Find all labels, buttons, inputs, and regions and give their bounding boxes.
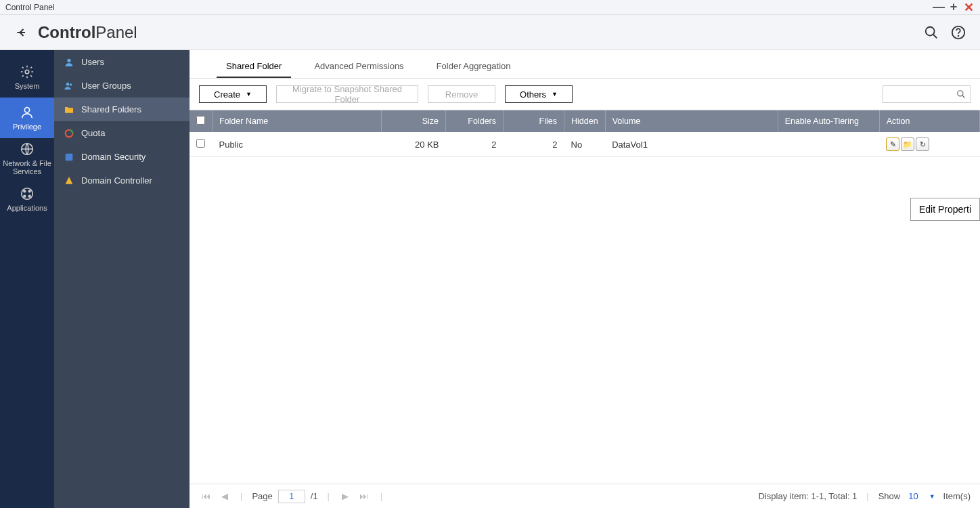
svg-point-8 <box>24 190 26 192</box>
others-button[interactable]: Others▼ <box>505 85 573 103</box>
folder-action-icon[interactable]: 📁 <box>901 137 914 151</box>
svg-point-13 <box>66 83 70 86</box>
quota-icon <box>64 128 74 139</box>
svg-point-9 <box>28 190 30 192</box>
edit-properties-button[interactable]: Edit Properti <box>910 198 980 221</box>
controller-icon <box>64 175 74 186</box>
tab-advanced-permissions[interactable]: Advanced Permissions <box>305 57 413 78</box>
svg-point-3 <box>958 35 959 36</box>
caret-down-icon: ▼ <box>246 91 252 98</box>
globe-icon <box>20 142 35 156</box>
svg-point-5 <box>24 108 29 112</box>
sidebar-item-domain-security[interactable]: Domain Security <box>54 145 190 169</box>
create-button[interactable]: Create▼ <box>199 85 267 103</box>
user-icon <box>64 57 74 68</box>
page-total: /1 <box>311 491 318 501</box>
col-folders[interactable]: Folders <box>446 110 504 132</box>
last-page-button[interactable]: ⏭ <box>357 491 371 501</box>
migrate-button: Migrate to Snapshot Shared Folder <box>276 85 418 103</box>
window-title: Control Panel <box>5 3 55 12</box>
help-icon[interactable] <box>950 24 966 41</box>
col-size[interactable]: Size <box>382 110 446 132</box>
cell-auto-tiering <box>778 132 879 157</box>
sidebar-item-domain-controller[interactable]: Domain Controller <box>54 169 190 192</box>
cell-size: 20 KB <box>382 132 446 157</box>
svg-line-1 <box>933 34 937 38</box>
edit-action-icon[interactable]: ✎ <box>886 137 899 151</box>
tab-shared-folder[interactable]: Shared Folder <box>217 57 291 78</box>
page-title: ControlPanel <box>38 23 137 42</box>
tab-folder-aggregation[interactable]: Folder Aggregation <box>427 57 520 78</box>
folder-share-icon <box>64 104 74 115</box>
first-page-button[interactable]: ⏮ <box>199 491 213 501</box>
prev-page-button[interactable]: ◀ <box>219 491 231 501</box>
refresh-action-icon[interactable]: ↻ <box>916 137 929 151</box>
cell-hidden: No <box>564 132 606 157</box>
cell-files: 2 <box>504 132 564 157</box>
apps-icon <box>20 186 35 201</box>
nav-applications[interactable]: Applications <box>0 179 54 219</box>
sidebar-item-quota[interactable]: Quota <box>54 121 190 145</box>
caret-down-icon: ▼ <box>552 91 558 98</box>
caret-down-icon[interactable]: ▼ <box>927 493 938 500</box>
svg-point-12 <box>67 58 70 62</box>
col-hidden[interactable]: Hidden <box>564 110 606 132</box>
col-auto-tiering[interactable]: Enable Auto-Tiering <box>778 110 879 132</box>
svg-point-4 <box>25 70 29 74</box>
sidebar-item-groups[interactable]: User Groups <box>54 74 190 98</box>
gear-icon <box>20 64 35 79</box>
user-icon <box>20 105 35 120</box>
close-button[interactable]: ✕ <box>962 1 975 14</box>
nav-system[interactable]: System <box>0 57 54 98</box>
search-input[interactable] <box>883 85 971 103</box>
cell-volume: DataVol1 <box>605 132 778 157</box>
users-icon <box>64 81 74 91</box>
remove-button: Remove <box>428 85 495 103</box>
next-page-button[interactable]: ▶ <box>339 491 351 501</box>
svg-point-0 <box>926 26 935 35</box>
svg-point-11 <box>28 195 30 197</box>
svg-line-18 <box>962 96 965 98</box>
col-volume[interactable]: Volume <box>605 110 778 132</box>
select-all-checkbox[interactable] <box>196 116 205 125</box>
shield-icon <box>64 152 74 163</box>
col-files[interactable]: Files <box>504 110 564 132</box>
nav-network[interactable]: Network & File Services <box>0 138 54 179</box>
svg-rect-16 <box>66 153 73 161</box>
svg-point-14 <box>70 83 72 85</box>
col-action[interactable]: Action <box>879 110 979 132</box>
svg-point-17 <box>958 91 963 96</box>
table-row[interactable]: Public 20 KB 2 2 No DataVol1 ✎ 📁 ↻ <box>190 132 980 157</box>
sidebar-item-shared-folders[interactable]: Shared Folders <box>54 98 190 121</box>
row-checkbox[interactable] <box>196 139 205 148</box>
page-label: Page <box>252 491 272 501</box>
svg-point-7 <box>22 188 33 200</box>
cell-folders: 2 <box>446 132 504 157</box>
svg-point-10 <box>24 195 26 197</box>
maximize-button[interactable]: + <box>948 1 960 14</box>
minimize-button[interactable]: — <box>933 1 945 14</box>
items-label: Item(s) <box>943 491 971 501</box>
table-header: Folder Name Size Folders Files Hidden Vo… <box>190 110 980 132</box>
cell-folder-name: Public <box>213 132 382 157</box>
page-input[interactable] <box>278 490 305 503</box>
col-folder-name[interactable]: Folder Name <box>213 110 382 132</box>
search-icon[interactable] <box>923 24 939 41</box>
search-icon <box>956 89 966 99</box>
show-count[interactable]: 10 <box>908 491 918 501</box>
show-label: Show <box>878 491 901 501</box>
back-button[interactable] <box>14 24 30 41</box>
display-info: Display item: 1-1, Total: 1 <box>759 491 858 501</box>
sidebar-item-users[interactable]: Users <box>54 50 190 74</box>
nav-privilege[interactable]: Privilege <box>0 98 54 138</box>
